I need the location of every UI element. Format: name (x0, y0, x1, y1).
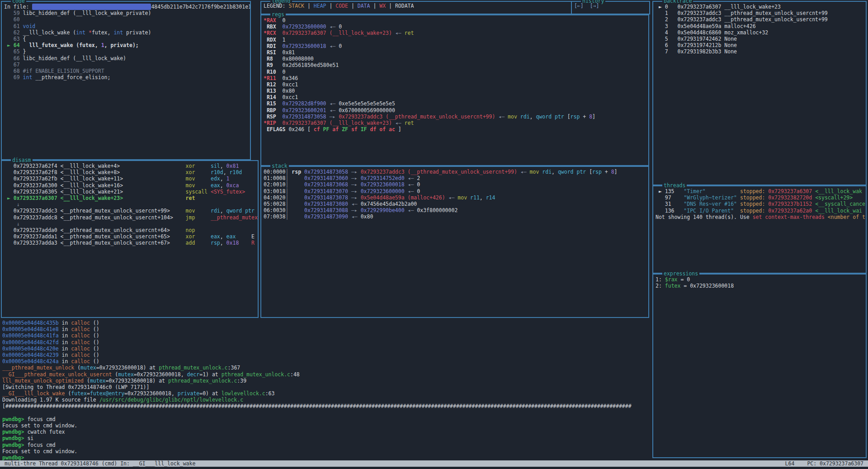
line: 06:0030│ 0x729314873088 —▸ 0x7292990be40… (264, 207, 648, 213)
line: 97 "WrGlyph~terizer" stopped: 0x72932382… (656, 194, 866, 201)
backtrace-panel-content: ► 0 0x7293237a6307 __lll_lock_wake+23 1 … (653, 2, 866, 185)
line: ↓ (4, 201, 258, 208)
line: *RCX 0x7293237a6307 (__lll_lock_wake+23)… (264, 30, 648, 36)
line: pwndbg> cwatch futex (2, 429, 653, 435)
line: 0x7293237a62f4 <__lll_lock_wake+4> xor s… (4, 163, 258, 169)
line: 0x7293237adda1 <__pthread_mutex_unlock_u… (4, 233, 258, 240)
line: 0x00005e04d48c420e in calloc () (2, 346, 653, 352)
line: R9 0x2d561850ed580e51 (264, 62, 648, 68)
line: 6 0x72931974212b None (656, 42, 866, 48)
line: [#######################################… (2, 403, 653, 409)
line: 0x00005e04d48c42fd in calloc () (2, 339, 653, 346)
history-forward-button[interactable]: [→] (590, 3, 599, 9)
line: RDX 1 (264, 37, 648, 43)
stack-panel: stack 00:0000│ rsp 0x729314873058 —▸ 0x7… (260, 166, 649, 318)
line: 0x7293237addc3 <__pthread_mutex_unlock_u… (4, 208, 258, 214)
line: 136 "IPC I/O Parent" stopped: 0x7293237a… (656, 208, 866, 214)
line: Focus set to cmd window. (2, 448, 653, 455)
line: Focus set to cmd window. (2, 422, 653, 429)
line: R8 0x80008000 (264, 56, 648, 62)
line: pwndbg> focus cmd (2, 416, 653, 422)
line: R10 0 (264, 69, 648, 75)
threads-panel-content: ► 135 "Timer" stopped: 0x7293237a6307 <_… (653, 186, 866, 273)
line: In file: 4845db211e7b42c7176f9be21b8301e… (4, 4, 250, 10)
legend-panel: legend LEGEND: STACK | HEAP | CODE | DAT… (260, 1, 572, 14)
line: R13 0x80 (264, 88, 648, 94)
line: Not showing 140 thread(s). Use set conte… (656, 214, 866, 220)
line: 03:0018│ 0x729314873070 —▸ 0x72932360000… (264, 188, 648, 194)
line: 0x00005e04d48c435b in calloc () (2, 320, 653, 326)
line: 1 0x7293237addc3 __pthread_mutex_unlock_… (656, 10, 866, 16)
line: 0x7293237adda3 <__pthread_mutex_unlock_u… (4, 240, 258, 246)
line: 0x7293237adda0 <__pthread_mutex_unlock_u… (4, 227, 258, 233)
line: 02:0010│ 0x729314873068 —▸ 0x72932360001… (264, 181, 648, 188)
line: 0x00005e04d48c424a in calloc () (2, 358, 653, 365)
line: 0x00005e04d48c41fa in calloc () (2, 332, 653, 339)
line: 0x00005e04d48c4239 in calloc () (2, 352, 653, 358)
line: 63 { (4, 36, 250, 42)
line: 5 0x729319742462 None (656, 36, 866, 42)
line: pwndbg> si (2, 435, 653, 441)
line: pwndbg> (2, 455, 653, 461)
status-line-indicator: L64 (785, 460, 795, 467)
line: __GI___lll_lock_wake (futex=futex@entry=… (2, 390, 653, 397)
line (2, 410, 653, 416)
line: R15 0x729282d8f900 ◂— 0xe5e5e5e5e5e5e5e5 (264, 100, 648, 107)
line: 69 int __pthread_force_elision; (4, 74, 250, 81)
line: __GI___pthread_mutex_unlock_usercnt (mut… (2, 371, 653, 378)
line: ___pthread_mutex_unlock (mutex=0x7293236… (2, 365, 653, 371)
line: 01:0008│ 0x729314873060 —▸ 0x729314752ed… (264, 175, 648, 181)
line: 0x7293237a6300 <__lll_lock_wake+16> mov … (4, 182, 258, 189)
line: 7 0x72931982b3b3 None (656, 48, 866, 55)
line: 68 #if ENABLE_ELISION_SUPPORT (4, 68, 250, 74)
line: 04:0020│ 0x729314873078 —▸ 0x5e04d48ae59… (264, 194, 648, 201)
line: 60 (4, 16, 250, 23)
line: 0x7293237a62fb <__lll_lock_wake+11> mov … (4, 175, 258, 182)
line: R14 0xcc1 (264, 94, 648, 100)
line: 0x7293237addc8 <__pthread_mutex_unlock_u… (4, 214, 258, 221)
line: lll_mutex_unlock_optimized (mutex=0x7293… (2, 378, 653, 384)
disasm-panel: disasm 0x7293237a62f4 <__lll_lock_wake+4… (1, 160, 259, 318)
line: ► 135 "Timer" stopped: 0x7293237a6307 <_… (656, 188, 866, 194)
line: 0x00005e04d48c41e8 in calloc () (2, 326, 653, 332)
line: 31 "DNS Res~ver #16" stopped: 0x7293237b… (656, 201, 866, 207)
line: ► 0 0x7293237a6307 __lll_lock_wake+23 (656, 4, 866, 10)
status-bar-right: L64PC: 0x7293237a6307 (785, 460, 863, 467)
line: ► 0x7293237a6307 <__lll_lock_wake+23> re… (4, 195, 258, 201)
line: ↓ (4, 221, 258, 227)
line: 00:0000│ rsp 0x729314873058 —▸ 0x7293237… (264, 169, 648, 175)
line: 2 0x7293237addc3 __pthread_mutex_unlock_… (656, 16, 866, 23)
line: 07:0038│ 0x729314873090 ◂— 0x80 (264, 213, 648, 220)
line: Downloading 1.97 K source file /usr/src/… (2, 397, 653, 403)
history-panel-content: [←] [→] (572, 2, 649, 14)
line: 0x7293237a62f8 <__lll_lock_wake+8> xor r… (4, 169, 258, 175)
line: 65 } (4, 48, 250, 55)
line: pwndbg> focus cmd (2, 442, 653, 448)
line: ► 64 lll_futex_wake (futex, 1, private); (4, 42, 250, 48)
history-back-button[interactable]: [←] (574, 3, 584, 9)
disasm-panel-content: 0x7293237a62f4 <__lll_lock_wake+4> xor s… (2, 161, 258, 317)
legend-panel-content: LEGEND: STACK | HEAP | CODE | DATA | WX … (261, 2, 571, 14)
history-button-gap (584, 3, 590, 9)
command-output[interactable]: 0x00005e04d48c435b in calloc ()0x00005e0… (0, 318, 653, 462)
line: 1: $rax = 0 (656, 276, 866, 283)
backtrace-panel: backtrace ► 0 0x7293237a6307 __lll_lock_… (652, 1, 867, 185)
line: 2: futex = 0x729323600018 (656, 283, 866, 289)
line: 05:0028│ 0x729314873080 ◂— 0x7456e45da42… (264, 201, 648, 207)
registers-panel: regs *RAX 0 RBX 0x729323600000 ◂— 0*RCX … (260, 14, 649, 166)
code-panel-content: In file: 4845db211e7b42c7176f9be21b8301e… (2, 2, 250, 159)
status-bar-thread-info: multi-thre Thread 0x7293148746 (cmd) In:… (5, 460, 195, 467)
code-panel: code In file: 4845db211e7b42c7176f9be21b… (1, 1, 251, 160)
line: RSP 0x729314873058 —▸ 0x7293237addc3 (__… (264, 114, 648, 120)
line: LEGEND: STACK | HEAP | CODE | DATA | WX … (264, 3, 571, 9)
line: 66 libc_hidden_def (__lll_lock_wake) (4, 55, 250, 62)
stack-panel-content: 00:0000│ rsp 0x729314873058 —▸ 0x7293237… (261, 167, 648, 317)
line: *RIP 0x7293237a6307 (__lll_lock_wake+23)… (264, 120, 648, 126)
expressions-panel-content: 1: $rax = 02: futex = 0x729323600018 (653, 275, 866, 457)
line: [Switching to Thread 0x7293148746c0 (LWP… (2, 384, 653, 390)
line: 67 (4, 62, 250, 68)
line: 59 libc_hidden_def (__lll_lock_wake_priv… (4, 10, 250, 16)
line: 61 void (4, 23, 250, 29)
line: RDI 0x729323600018 ◂— 0 (264, 43, 648, 49)
pwndbg-tui: code In file: 4845db211e7b42c7176f9be21b… (0, 0, 868, 469)
